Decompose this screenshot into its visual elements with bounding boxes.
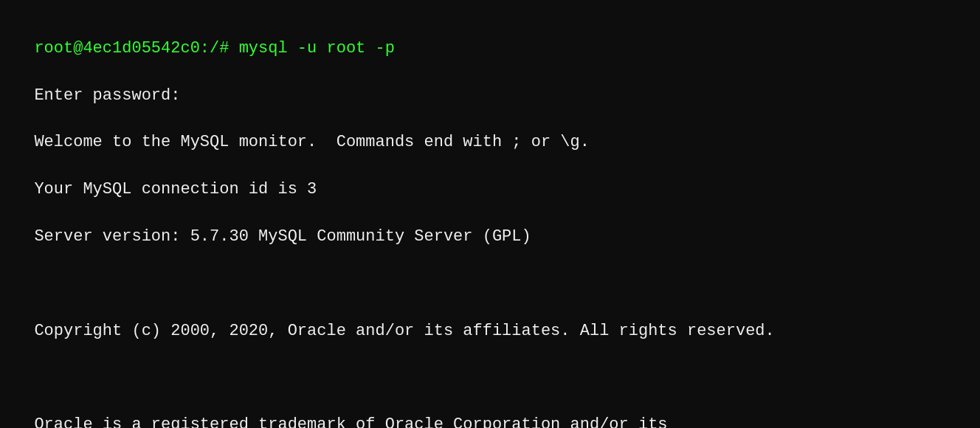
enter-password-line: Enter password: bbox=[34, 86, 180, 105]
connection-id-line: Your MySQL connection id is 3 bbox=[34, 180, 317, 199]
command-line: root@4ec1d05542c0:/# mysql -u root -p bbox=[34, 39, 394, 58]
welcome-line: Welcome to the MySQL monitor. Commands e… bbox=[34, 133, 590, 151]
oracle-trademark-line1: Oracle is a registered trademark of Orac… bbox=[34, 415, 667, 428]
copyright-line: Copyright (c) 2000, 2020, Oracle and/or … bbox=[34, 322, 774, 340]
server-version-line: Server version: 5.7.30 MySQL Community S… bbox=[34, 227, 531, 246]
terminal-window[interactable]: root@4ec1d05542c0:/# mysql -u root -p En… bbox=[0, 0, 980, 428]
